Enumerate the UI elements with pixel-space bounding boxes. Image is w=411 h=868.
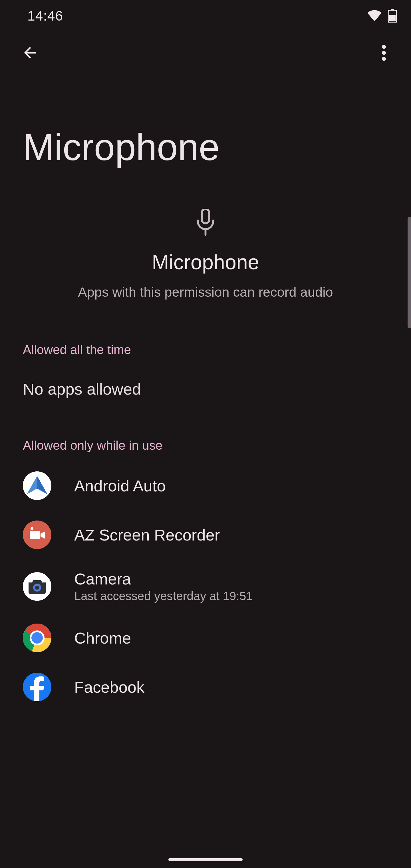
svg-point-3 [382,45,386,49]
app-name-label: AZ Screen Recorder [74,526,220,544]
app-row-chrome[interactable]: Chrome [0,613,411,662]
svg-point-11 [31,527,33,530]
permission-name: Microphone [152,250,259,274]
app-row-android-auto[interactable]: Android Auto [0,461,411,510]
svg-rect-6 [202,209,210,223]
app-icon-android-auto [23,471,51,500]
svg-point-5 [382,57,386,61]
app-name-label: Facebook [74,678,145,696]
app-text: AZ Screen Recorder [74,526,220,544]
app-name-label: Android Auto [74,476,166,495]
permission-header: Microphone Apps with this permission can… [0,200,411,320]
svg-point-4 [382,51,386,55]
status-time: 14:46 [27,8,63,24]
svg-point-18 [31,632,43,644]
overflow-menu-button[interactable] [371,40,397,66]
app-row-az-screen-recorder[interactable]: AZ Screen Recorder [0,510,411,559]
app-text: Facebook [74,678,145,696]
status-icons [367,9,397,23]
no-apps-label: No apps allowed [0,366,411,412]
svg-rect-1 [391,9,394,10]
battery-icon [388,9,397,23]
app-icon-facebook [23,673,51,701]
back-button[interactable] [17,40,43,66]
page-title: Microphone [0,74,411,200]
app-text: Camera Last accessed yesterday at 19:51 [74,569,253,603]
app-name-label: Chrome [74,629,131,647]
svg-rect-2 [389,15,396,22]
app-name-label: Camera [74,569,253,588]
svg-rect-10 [30,531,40,539]
arrow-left-icon [21,44,39,62]
screen-root: 14:46 [0,0,411,868]
gesture-nav-handle[interactable] [168,858,243,861]
app-row-facebook[interactable]: Facebook [0,662,411,712]
app-row-camera[interactable]: Camera Last accessed yesterday at 19:51 [0,559,411,613]
app-icon-chrome [23,624,51,652]
section-header-all-time: Allowed all the time [0,320,411,366]
section-header-while-in-use: Allowed only while in use [0,412,411,461]
svg-point-14 [35,586,39,590]
status-bar: 14:46 [0,0,411,31]
app-bar [0,31,411,74]
app-icon-camera [23,572,51,601]
wifi-icon [367,10,382,22]
app-sub-label: Last accessed yesterday at 19:51 [74,589,253,603]
app-text: Android Auto [74,476,166,495]
more-vert-icon [382,44,386,62]
scrollbar-thumb[interactable] [408,217,411,328]
permission-description: Apps with this permission can record aud… [78,284,333,300]
app-text: Chrome [74,629,131,647]
microphone-icon [194,209,217,237]
app-icon-az-screen-recorder [23,521,51,549]
